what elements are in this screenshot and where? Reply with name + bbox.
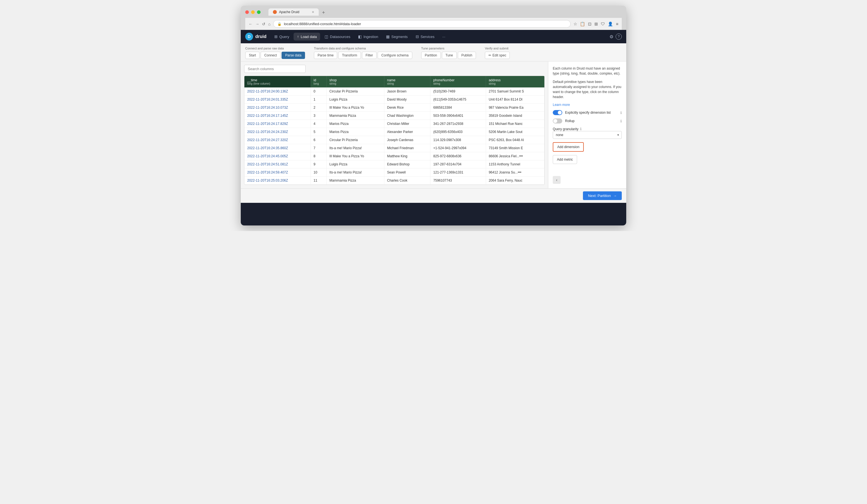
- cell-9-1: 9: [311, 160, 327, 169]
- nav-label-ingestion: Ingestion: [363, 35, 378, 39]
- help-icon[interactable]: ?: [616, 33, 622, 40]
- query-granularity-section: Query granularity ℹ none second minute h…: [553, 127, 622, 139]
- rollup-info-icon[interactable]: ℹ: [620, 119, 622, 123]
- table-row: 2022-11-20T16:25:03.206Z11Mammamia Pizza…: [244, 176, 544, 185]
- main-content: __time long (time column) id long shop s…: [241, 62, 626, 188]
- maximize-traffic-light[interactable]: [257, 10, 260, 14]
- rollup-label: Rollup: [565, 119, 618, 123]
- step-edit-spec[interactable]: ✏ Edit spec: [485, 52, 510, 59]
- step-filter[interactable]: Filter: [362, 52, 377, 59]
- bookmark-icon[interactable]: ☆: [574, 22, 577, 26]
- table-row: 2022-11-20T16:24:17.145Z3Mammamia PizzaC…: [244, 112, 544, 120]
- step-tune[interactable]: Tune: [442, 52, 457, 59]
- workflow-section-tune: Tune parameters Partition Tune Publish: [421, 47, 476, 59]
- col-header-shop[interactable]: shop string: [327, 76, 384, 87]
- cell-7-0: 2022-11-20T16:24:35.860Z: [244, 144, 311, 152]
- cell-6-3: Joseph Cardenas: [384, 136, 430, 144]
- table-row: 2022-11-20T16:24:24.230Z5Marios PizzaAle…: [244, 128, 544, 136]
- step-parse-data[interactable]: Parse data: [281, 52, 305, 59]
- step-transform[interactable]: Transform: [338, 52, 361, 59]
- cell-6-4: 114.329.0987x308: [430, 136, 486, 144]
- step-parse-time[interactable]: Parse time: [314, 52, 337, 59]
- refresh-button[interactable]: ↺: [262, 22, 265, 26]
- workflow-section-transform: Transform data and configure schema Pars…: [314, 47, 412, 59]
- tab-close-button[interactable]: ✕: [312, 10, 314, 14]
- home-button[interactable]: ⌂: [268, 22, 270, 26]
- step-publish[interactable]: Publish: [458, 52, 476, 59]
- cell-9-3: Edward Bishop: [384, 160, 430, 169]
- nav-label-segments: Segments: [391, 35, 408, 39]
- table-row: 2022-11-20T16:24:10.073Z2Ill Make You a …: [244, 104, 544, 112]
- extensions-icon[interactable]: ⊞: [595, 22, 598, 26]
- logo-text: druid: [255, 34, 267, 39]
- cell-0-1: 0: [311, 87, 327, 96]
- close-traffic-light[interactable]: [245, 10, 249, 14]
- settings-icon[interactable]: ⚙: [609, 34, 613, 40]
- browser-tab[interactable]: Apache Druid ✕: [268, 8, 319, 15]
- nav-item-datasources[interactable]: ◫ Datasources: [321, 33, 354, 41]
- table-row: 2022-11-20T16:24:01.335Z1Luigis PizzaDav…: [244, 96, 544, 104]
- cell-7-3: Michael Friedman: [384, 144, 430, 152]
- reading-list-icon[interactable]: 📋: [580, 22, 585, 26]
- cell-2-2: Ill Make You a Pizza Yo: [327, 104, 384, 112]
- menu-icon[interactable]: ≡: [616, 22, 618, 26]
- cell-9-2: Luigis Pizza: [327, 160, 384, 169]
- step-start[interactable]: Start: [245, 52, 259, 59]
- forward-button[interactable]: →: [255, 22, 259, 26]
- col-header-phone[interactable]: phoneNumber string: [430, 76, 486, 87]
- nav-item-more[interactable]: ···: [439, 33, 449, 41]
- cell-3-5: 35819 Goodwin Island: [486, 112, 544, 120]
- cell-0-2: Circular Pi Pizzeria: [327, 87, 384, 96]
- step-configure-schema[interactable]: Configure schema: [378, 52, 412, 59]
- address-bar[interactable]: 🔒 localhost:8888/unified-console.html#da…: [273, 20, 571, 28]
- granularity-select[interactable]: none second minute hour day: [553, 131, 622, 139]
- shield-icon[interactable]: 🛡: [601, 22, 605, 26]
- table-row: 2022-11-20T16:24:59.407Z10Its-a me! Mari…: [244, 169, 544, 176]
- back-button[interactable]: ←: [249, 22, 253, 26]
- step-partition[interactable]: Partition: [421, 52, 441, 59]
- rollup-toggle-row: Rollup ℹ: [553, 118, 622, 124]
- search-columns-input[interactable]: [244, 65, 306, 73]
- cell-11-5: 2064 Sara Ferry, Nauc: [486, 176, 544, 185]
- table-row: 2022-11-20T16:24:35.860Z7Its-a me! Mario…: [244, 144, 544, 152]
- cell-3-4: 503-558-3904x6401: [430, 112, 486, 120]
- tab-title: Apache Druid: [279, 10, 299, 14]
- profile-icon[interactable]: 👤: [608, 22, 613, 26]
- col-header-time[interactable]: __time long (time column): [244, 76, 311, 87]
- query-granularity-info-icon[interactable]: ℹ: [580, 127, 581, 131]
- cell-0-5: 2701 Samuel Summit S: [486, 87, 544, 96]
- next-partition-button[interactable]: Next: Partition →: [583, 191, 622, 200]
- table-row: 2022-11-20T16:24:51.081Z9Luigis PizzaEdw…: [244, 160, 544, 169]
- reader-view-icon[interactable]: ⊡: [588, 22, 592, 26]
- panel-description2: Default primitive types have been automa…: [553, 79, 622, 99]
- nav-item-ingestion[interactable]: ◧ Ingestion: [355, 33, 382, 41]
- nav-label-services: Services: [421, 35, 435, 39]
- cell-4-4: 341-267-2871x2938: [430, 120, 486, 128]
- explicitly-specify-toggle[interactable]: [553, 110, 562, 115]
- rollup-toggle[interactable]: [553, 118, 562, 124]
- cell-3-3: Chad Washington: [384, 112, 430, 120]
- col-header-address[interactable]: address string: [486, 76, 544, 87]
- learn-more-link[interactable]: Learn more: [553, 103, 622, 107]
- minimize-traffic-light[interactable]: [251, 10, 255, 14]
- col-header-name[interactable]: name string: [384, 76, 430, 87]
- add-metric-button[interactable]: Add metric: [553, 155, 577, 164]
- nav-item-load-data[interactable]: ↑ Load data: [293, 33, 320, 41]
- nav-item-services[interactable]: ⊟ Services: [412, 33, 438, 41]
- cell-10-1: 10: [311, 169, 327, 176]
- panel-description: Each column in Druid must have an assign…: [553, 66, 622, 76]
- cell-6-0: 2022-11-20T16:24:27.320Z: [244, 136, 311, 144]
- col-header-id[interactable]: id long: [311, 76, 327, 87]
- add-dimension-button[interactable]: Add dimension: [553, 142, 584, 152]
- nav-item-query[interactable]: ⊞ Query: [271, 33, 292, 41]
- cell-2-5: 987 Valencia Prairie Ea: [486, 104, 544, 112]
- cell-9-5: 1153 Anthony Tunnel: [486, 160, 544, 169]
- explicitly-specify-info-icon[interactable]: ℹ: [620, 111, 622, 115]
- granularity-select-wrapper: none second minute hour day: [553, 131, 622, 139]
- cell-6-2: Circular Pi Pizzeria: [327, 136, 384, 144]
- back-panel-button[interactable]: ‹: [553, 176, 560, 184]
- cell-10-5: 96412 Joanna Su...•••: [486, 169, 544, 176]
- nav-item-segments[interactable]: ▦ Segments: [383, 33, 411, 41]
- new-tab-button[interactable]: +: [320, 10, 327, 15]
- step-connect[interactable]: Connect: [260, 52, 280, 59]
